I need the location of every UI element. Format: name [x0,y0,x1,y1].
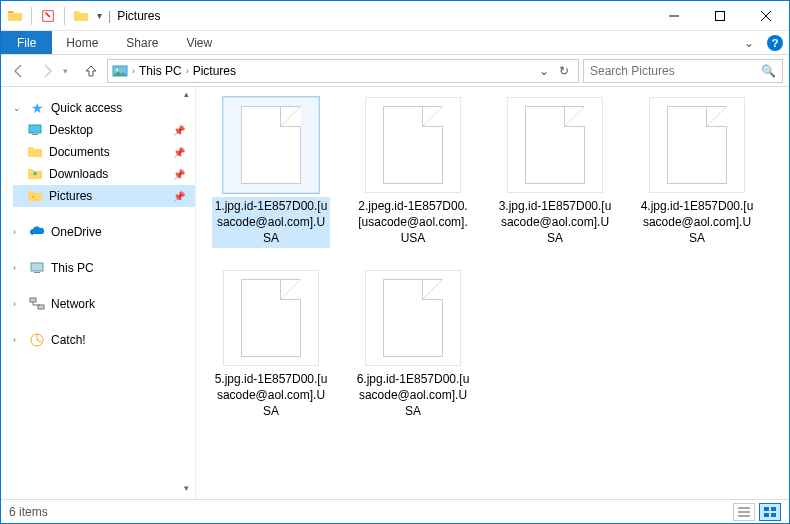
history-dropdown-icon[interactable]: ▾ [63,66,75,76]
folder-icon [27,144,43,160]
onedrive-label: OneDrive [51,225,102,239]
minimize-button[interactable] [651,1,697,31]
folder-icon [27,188,43,204]
sidebar-item-label: Downloads [49,167,108,181]
catch-label: Catch! [51,333,86,347]
help-button[interactable]: ? [761,31,789,54]
blank-file-icon [241,106,301,184]
folder-icon [27,122,43,138]
file-name: 2.jpeg.id-1E857D00.[usacode@aol.com].USA [354,197,472,248]
scroll-down-icon[interactable]: ▾ [179,483,193,497]
chevron-right-icon[interactable]: › [13,263,23,273]
file-name: 6.jpg.id-1E857D00.[usacode@aol.com].USA [354,370,472,421]
svg-rect-13 [771,507,776,511]
crumb-pictures[interactable]: Pictures [193,64,236,78]
file-item[interactable]: 4.jpg.id-1E857D00.[usacode@aol.com].USA [638,97,756,248]
svg-point-6 [32,196,34,198]
crumb-this-pc[interactable]: This PC [139,64,182,78]
this-pc-item[interactable]: › This PC [13,257,195,279]
qat-customize-icon[interactable]: ▾ [97,10,102,21]
address-bar: ▾ › This PC › Pictures ⌄ ↻ 🔍 [1,55,789,87]
chevron-right-icon[interactable]: › [186,66,189,76]
tab-home[interactable]: Home [52,31,112,54]
back-button[interactable] [7,59,31,83]
title-bar: ▾ | Pictures [1,1,789,31]
svg-rect-4 [29,125,41,133]
status-bar: 6 items [1,499,789,523]
pin-icon: 📌 [173,147,185,158]
sidebar-item-label: Pictures [49,189,92,203]
catch-item[interactable]: › Catch! [13,329,195,351]
blank-file-icon [383,106,443,184]
quick-access-label: Quick access [51,101,122,115]
chevron-right-icon[interactable]: › [13,299,23,309]
file-thumbnail [223,270,319,366]
network-icon [29,296,45,312]
expand-ribbon-icon[interactable]: ⌄ [737,31,761,54]
svg-rect-15 [771,513,776,517]
maximize-button[interactable] [697,1,743,31]
tab-share[interactable]: Share [112,31,172,54]
pin-icon: 📌 [173,125,185,136]
sidebar-item-label: Desktop [49,123,93,137]
svg-rect-7 [31,263,43,271]
file-name: 3.jpg.id-1E857D00.[usacode@aol.com].USA [496,197,614,248]
file-item[interactable]: 2.jpeg.id-1E857D00.[usacode@aol.com].USA [354,97,472,248]
sidebar-item-desktop[interactable]: Desktop📌 [13,119,195,141]
file-thumbnail [507,97,603,193]
navigation-pane: ▴ ⌄ ★ Quick access Desktop📌Documents📌Dow… [1,87,196,499]
sidebar-item-downloads[interactable]: Downloads📌 [13,163,195,185]
svg-rect-1 [716,11,725,20]
file-tab[interactable]: File [1,31,52,54]
this-pc-label: This PC [51,261,94,275]
refresh-button[interactable]: ↻ [554,64,574,78]
properties-icon[interactable] [40,8,56,24]
svg-rect-14 [764,513,769,517]
catch-icon [29,332,45,348]
body: ▴ ⌄ ★ Quick access Desktop📌Documents📌Dow… [1,87,789,499]
file-item[interactable]: 6.jpg.id-1E857D00.[usacode@aol.com].USA [354,270,472,421]
address-dropdown-icon[interactable]: ⌄ [536,64,552,78]
up-button[interactable] [79,59,103,83]
scroll-up-icon[interactable]: ▴ [179,89,193,103]
onedrive-icon [29,224,45,240]
chevron-down-icon[interactable]: ⌄ [13,103,23,113]
folder-icon [27,166,43,182]
search-input[interactable] [590,64,755,78]
svg-rect-9 [30,298,36,302]
forward-button[interactable] [35,59,59,83]
breadcrumb-bar[interactable]: › This PC › Pictures ⌄ ↻ [107,59,579,83]
folder-icon [7,8,23,24]
window-title: Pictures [117,9,160,23]
blank-file-icon [383,279,443,357]
file-item[interactable]: 1.jpg.id-1E857D00.[usacode@aol.com].USA [212,97,330,248]
details-view-button[interactable] [733,503,755,521]
chevron-right-icon[interactable]: › [13,227,23,237]
network-item[interactable]: › Network [13,293,195,315]
pin-icon: 📌 [173,169,185,180]
chevron-right-icon[interactable]: › [132,66,135,76]
new-folder-icon[interactable] [73,8,89,24]
tab-view[interactable]: View [172,31,226,54]
sidebar-item-pictures[interactable]: Pictures📌 [13,185,195,207]
svg-rect-8 [34,272,40,273]
file-item[interactable]: 3.jpg.id-1E857D00.[usacode@aol.com].USA [496,97,614,248]
file-view[interactable]: 1.jpg.id-1E857D00.[usacode@aol.com].USA2… [196,87,789,499]
close-button[interactable] [743,1,789,31]
icons-view-button[interactable] [759,503,781,521]
file-thumbnail [649,97,745,193]
onedrive-item[interactable]: › OneDrive [13,221,195,243]
location-pictures-icon [112,63,128,79]
sidebar-item-label: Documents [49,145,110,159]
quick-access-root[interactable]: ⌄ ★ Quick access [13,97,195,119]
qat-separator [31,7,32,25]
qat: ▾ [1,7,102,25]
file-item[interactable]: 5.jpg.id-1E857D00.[usacode@aol.com].USA [212,270,330,421]
item-count: 6 items [9,505,48,519]
chevron-right-icon[interactable]: › [13,335,23,345]
blank-file-icon [525,106,585,184]
search-box[interactable]: 🔍 [583,59,783,83]
pin-icon: 📌 [173,191,185,202]
title-separator: | [108,9,111,23]
sidebar-item-documents[interactable]: Documents📌 [13,141,195,163]
